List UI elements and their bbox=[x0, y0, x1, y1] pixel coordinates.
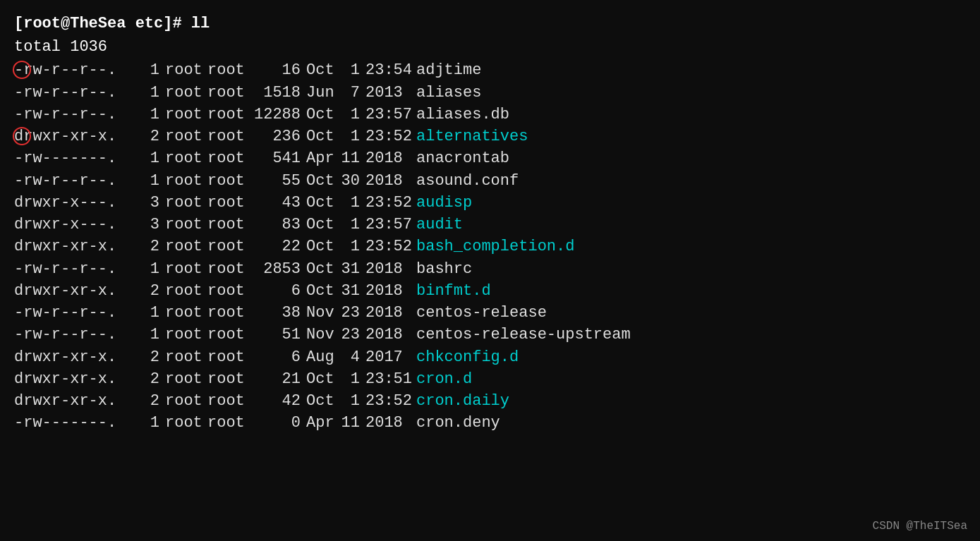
file-perm: -rw-r--r--. bbox=[14, 258, 134, 280]
file-size: 541 bbox=[250, 147, 301, 169]
file-group: root bbox=[207, 59, 250, 81]
file-day: 30 bbox=[340, 170, 360, 192]
file-day: 31 bbox=[340, 258, 360, 280]
file-perm: drwxr-xr-x. bbox=[14, 390, 134, 412]
file-links: 2 bbox=[134, 390, 159, 412]
prompt-text: [root@TheSea etc]# ll bbox=[14, 13, 210, 35]
file-month: Apr bbox=[306, 147, 340, 169]
watermark: CSDN @TheITSea bbox=[873, 520, 967, 533]
list-item: -rw-r--r--.1 rootroot51Nov23 2018centos-… bbox=[14, 324, 966, 346]
file-day: 23 bbox=[340, 324, 360, 346]
file-row: -rw-r--r--.1 rootroot55Oct30 2018asound.… bbox=[14, 170, 966, 192]
file-day: 31 bbox=[340, 280, 360, 302]
file-month: Oct bbox=[306, 236, 340, 257]
file-size: 16 bbox=[250, 59, 301, 81]
file-day: 1 bbox=[340, 104, 360, 126]
list-item: -rw-------.1 rootroot541Apr11 2018anacro… bbox=[14, 147, 966, 169]
file-month: Oct bbox=[306, 59, 340, 81]
file-name: adjtime bbox=[416, 59, 481, 81]
file-size: 2853 bbox=[250, 258, 301, 280]
file-perm: drwxr-xr-x. bbox=[14, 236, 134, 257]
file-row: -rw-r--r--.1 rootroot38Nov23 2018centos-… bbox=[14, 302, 966, 324]
list-item: -rw-r--r--.1 rootroot1518Jun7 2013aliase… bbox=[14, 82, 966, 104]
total-line: total 1036 bbox=[14, 36, 966, 58]
file-day: 1 bbox=[340, 59, 360, 81]
file-month: Nov bbox=[306, 324, 340, 346]
file-row: -rw-r--r--.1 rootroot2853Oct31 2018bashr… bbox=[14, 258, 966, 280]
file-row: drwxr-xr-x.2 rootroot21Oct1 23:51cron.d bbox=[14, 368, 966, 390]
file-owner: root bbox=[165, 390, 207, 412]
file-name: audisp bbox=[416, 192, 472, 214]
file-row: -rw-r--r--.1 rootroot16Oct1 23:54adjtime bbox=[14, 59, 966, 81]
file-month: Oct bbox=[306, 214, 340, 236]
file-month: Oct bbox=[306, 280, 340, 302]
file-name: cron.deny bbox=[416, 412, 500, 434]
file-links: 1 bbox=[134, 104, 159, 126]
file-time: 23:51 bbox=[365, 368, 416, 390]
file-month: Nov bbox=[306, 302, 340, 324]
file-time: 23:57 bbox=[365, 214, 416, 236]
file-group: root bbox=[207, 346, 250, 368]
list-item: -rw-r--r--.1 rootroot12288Oct1 23:57alia… bbox=[14, 104, 966, 126]
file-group: root bbox=[207, 147, 250, 169]
file-row: drwxr-xr-x.2 rootroot6Oct31 2018binfmt.d bbox=[14, 280, 966, 302]
file-links: 1 bbox=[134, 324, 159, 346]
command-line: [root@TheSea etc]# ll bbox=[14, 13, 966, 35]
file-time: 2013 bbox=[365, 82, 416, 104]
file-row: -rw-------.1 rootroot0Apr11 2018cron.den… bbox=[14, 412, 966, 434]
file-owner: root bbox=[165, 214, 207, 236]
file-owner: root bbox=[165, 126, 207, 147]
file-row: drwxr-xr-x.2 rootroot22Oct1 23:52bash_co… bbox=[14, 236, 966, 257]
list-item: -rw-r--r--.1 rootroot16Oct1 23:54adjtime bbox=[14, 59, 966, 81]
file-day: 1 bbox=[340, 214, 360, 236]
file-day: 1 bbox=[340, 192, 360, 214]
file-links: 2 bbox=[134, 236, 159, 257]
file-row: drwxr-xr-x.2 rootroot6Aug4 2017chkconfig… bbox=[14, 346, 966, 368]
file-links: 2 bbox=[134, 126, 159, 147]
file-row: -rw-r--r--.1 rootroot12288Oct1 23:57alia… bbox=[14, 104, 966, 126]
file-time: 2018 bbox=[365, 324, 416, 346]
file-month: Oct bbox=[306, 368, 340, 390]
file-owner: root bbox=[165, 280, 207, 302]
file-owner: root bbox=[165, 59, 207, 81]
file-time: 23:57 bbox=[365, 104, 416, 126]
list-item: drwxr-xr-x.2 rootroot236Oct1 23:52altern… bbox=[14, 126, 966, 147]
list-item: -rw-r--r--.1 rootroot2853Oct31 2018bashr… bbox=[14, 258, 966, 280]
file-owner: root bbox=[165, 170, 207, 192]
file-row: drwxr-x---.3 rootroot83Oct1 23:57audit bbox=[14, 214, 966, 236]
file-name: asound.conf bbox=[416, 170, 519, 192]
file-row: -rw-------.1 rootroot541Apr11 2018anacro… bbox=[14, 147, 966, 169]
file-owner: root bbox=[165, 412, 207, 434]
file-owner: root bbox=[165, 346, 207, 368]
file-month: Oct bbox=[306, 104, 340, 126]
file-name: anacrontab bbox=[416, 147, 509, 169]
file-row: -rw-r--r--.1 rootroot51Nov23 2018centos-… bbox=[14, 324, 966, 346]
file-time: 2018 bbox=[365, 302, 416, 324]
file-month: Oct bbox=[306, 390, 340, 412]
file-group: root bbox=[207, 412, 250, 434]
file-links: 3 bbox=[134, 192, 159, 214]
file-day: 1 bbox=[340, 236, 360, 257]
file-links: 1 bbox=[134, 258, 159, 280]
file-group: root bbox=[207, 170, 250, 192]
file-name: alternatives bbox=[416, 126, 528, 147]
file-time: 2018 bbox=[365, 170, 416, 192]
file-day: 1 bbox=[340, 126, 360, 147]
file-links: 1 bbox=[134, 82, 159, 104]
file-group: root bbox=[207, 214, 250, 236]
file-size: 51 bbox=[250, 324, 301, 346]
file-day: 1 bbox=[340, 390, 360, 412]
file-row: drwxr-xr-x.2 rootroot236Oct1 23:52altern… bbox=[14, 126, 966, 147]
file-perm: drwxr-x---. bbox=[14, 192, 134, 214]
file-time: 2018 bbox=[365, 147, 416, 169]
file-month: Oct bbox=[306, 258, 340, 280]
file-group: root bbox=[207, 104, 250, 126]
file-links: 1 bbox=[134, 302, 159, 324]
file-perm: -rw-------. bbox=[14, 147, 134, 169]
file-month: Oct bbox=[306, 170, 340, 192]
file-row: -rw-r--r--.1 rootroot1518Jun7 2013aliase… bbox=[14, 82, 966, 104]
file-links: 1 bbox=[134, 147, 159, 169]
list-item: drwxr-x---.3 rootroot83Oct1 23:57audit bbox=[14, 214, 966, 236]
file-group: root bbox=[207, 82, 250, 104]
file-time: 23:52 bbox=[365, 390, 416, 412]
